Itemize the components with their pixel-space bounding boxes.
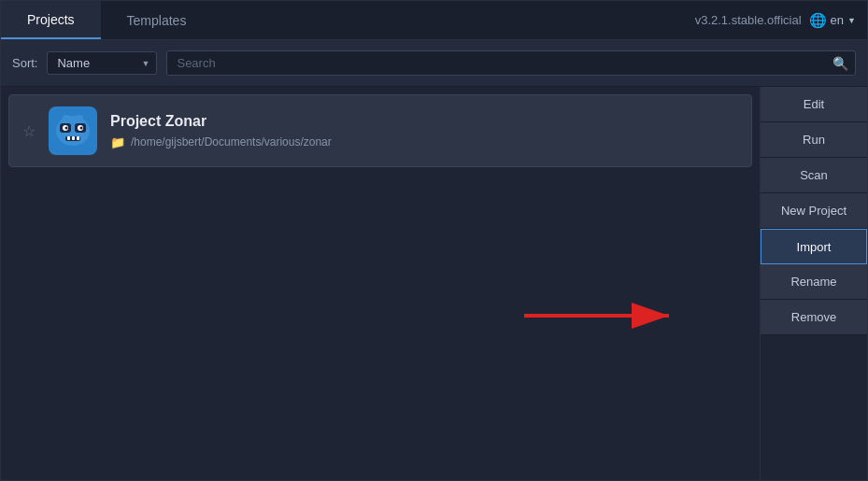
language-selector[interactable]: 🌐 en ▼: [809, 12, 856, 29]
main-content: ☆: [1, 87, 867, 480]
version-info: v3.2.1.stable.official 🌐 en ▼: [695, 1, 867, 39]
tab-bar: Projects Templates v3.2.1.stable.officia…: [1, 1, 867, 40]
run-button[interactable]: Run: [761, 122, 867, 158]
app-window: Projects Templates v3.2.1.stable.officia…: [0, 0, 868, 481]
search-input[interactable]: [166, 50, 856, 76]
toolbar: Sort: Name Last Modified Path 🔍: [1, 40, 867, 87]
tab-projects[interactable]: Projects: [1, 1, 101, 39]
new-project-button[interactable]: New Project: [761, 193, 867, 229]
tab-templates[interactable]: Templates: [101, 1, 213, 39]
search-icon: 🔍: [832, 56, 848, 71]
sort-label: Sort:: [12, 56, 37, 70]
project-list: ☆: [1, 87, 760, 178]
sort-wrapper: Name Last Modified Path: [47, 51, 157, 75]
edit-button[interactable]: Edit: [761, 87, 867, 122]
sort-select[interactable]: Name Last Modified Path: [47, 51, 157, 75]
language-label: en: [831, 13, 844, 27]
svg-point-5: [65, 127, 68, 130]
svg-point-12: [76, 115, 83, 122]
godot-mascot-icon: [52, 110, 93, 151]
project-info: Project Zonar 📁 /home/gijsbert/Documents…: [110, 113, 738, 149]
globe-icon: 🌐: [809, 12, 827, 29]
folder-icon: 📁: [110, 135, 125, 149]
star-icon[interactable]: ☆: [22, 122, 36, 140]
project-path-text: /home/gijsbert/Documents/various/zonar: [131, 135, 332, 149]
arrow-annotation: [515, 297, 683, 338]
scan-button[interactable]: Scan: [761, 158, 867, 193]
svg-point-6: [80, 127, 83, 130]
project-list-area: ☆: [1, 87, 760, 480]
action-buttons: Edit Run Scan New Project Import Rename …: [760, 87, 867, 480]
chevron-down-icon: ▼: [847, 16, 856, 25]
svg-rect-8: [67, 136, 70, 140]
search-wrapper: 🔍: [166, 50, 856, 76]
project-item[interactable]: ☆: [8, 94, 752, 167]
remove-button[interactable]: Remove: [761, 300, 867, 335]
svg-point-11: [63, 115, 70, 122]
project-path: 📁 /home/gijsbert/Documents/various/zonar: [110, 135, 738, 149]
rename-button[interactable]: Rename: [761, 264, 867, 300]
version-text: v3.2.1.stable.official: [695, 13, 802, 27]
svg-rect-10: [77, 136, 79, 140]
import-button[interactable]: Import: [761, 229, 867, 264]
project-name: Project Zonar: [110, 113, 738, 130]
project-icon: [49, 106, 97, 155]
import-arrow: [515, 297, 683, 334]
svg-rect-9: [72, 136, 75, 140]
